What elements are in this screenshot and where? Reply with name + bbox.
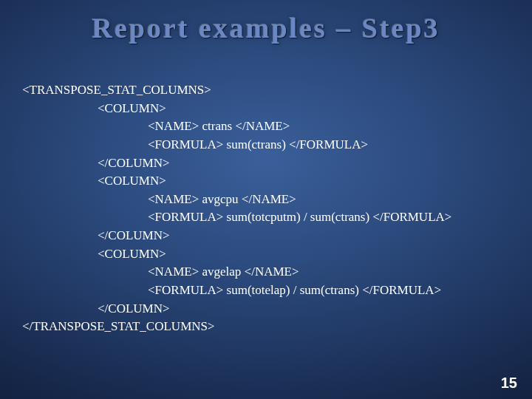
code-line: <COLUMN> — [22, 101, 166, 115]
code-line: <FORMULA> sum(ctrans) </FORMULA> — [22, 137, 368, 151]
code-line: <COLUMN> — [22, 174, 166, 188]
code-line: <NAME> avgelap </NAME> — [22, 265, 299, 279]
code-line: <FORMULA> sum(totcputm) / sum(ctrans) </… — [22, 210, 451, 224]
code-line: <NAME> ctrans </NAME> — [22, 119, 290, 133]
code-line: <TRANSPOSE_STAT_COLUMNS> — [22, 83, 211, 97]
page-number: 15 — [501, 375, 517, 392]
code-line: <COLUMN> — [22, 247, 166, 261]
slide-title: Report examples – Step3 — [0, 12, 532, 44]
code-line: </COLUMN> — [22, 228, 170, 242]
code-line: </TRANSPOSE_STAT_COLUMNS> — [22, 319, 215, 333]
code-line: </COLUMN> — [22, 301, 170, 316]
code-line: <FORMULA> sum(totelap) / sum(ctrans) </F… — [22, 283, 441, 297]
slide: Report examples – Step3 <TRANSPOSE_STAT_… — [0, 0, 532, 399]
code-line: <NAME> avgcpu </NAME> — [22, 192, 296, 206]
code-line: </COLUMN> — [22, 156, 170, 170]
code-block: <TRANSPOSE_STAT_COLUMNS> <COLUMN> <NAME>… — [22, 81, 510, 336]
